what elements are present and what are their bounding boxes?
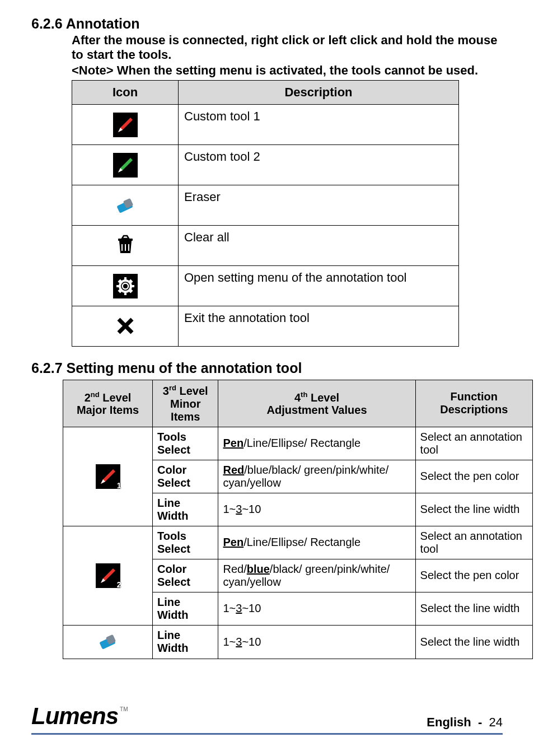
desc-eraser: Eraser [179,185,459,226]
footer: Lumens TM English - 24 [31,703,503,735]
r2-adj: 1~3~10 [218,493,415,526]
r4-func: Select the pen color [415,559,532,592]
heading-annotation: 6.2.6 Annotation [31,16,503,32]
major-eraser [63,625,153,659]
h2b: Level [180,385,208,397]
h1s: nd [91,390,100,399]
tm-mark: TM [120,706,128,712]
icon-custom-tool-1 [72,105,179,145]
eraser-icon [113,193,138,217]
r5m: 3 [236,602,242,614]
r5-adj: 1~3~10 [218,592,415,625]
close-icon [113,314,138,338]
heading-num: 6.2.6 [31,16,63,31]
r2-func: Select the line width [415,493,532,526]
desc-exit: Exit the annotation tool [179,306,459,347]
r2-minor: Line Width [153,493,218,526]
h3c: Adjustment Values [267,404,367,416]
major-tool2: 2 [63,526,153,625]
r0-adj-pre: Pen [223,437,243,449]
r3-adj: Pen/Line/Ellipse/ Rectangle [218,526,415,559]
page-number: 24 [489,715,503,729]
r5b: ~10 [242,602,261,614]
r4m: blue [247,563,270,575]
col-func: Function Descriptions [415,380,532,427]
r1-func: Select the pen color [415,460,532,493]
major-tool1: 1 [63,427,153,526]
brand-logo: Lumens [31,703,118,730]
lang-label: English [427,715,471,729]
col-minor: 3rd Level Minor Items [153,380,218,427]
r2a: 1~ [223,503,236,515]
r3-minor: Tools Select [153,526,218,559]
trash-icon [113,233,138,258]
r5a: 1~ [223,602,236,614]
logo-wrap: Lumens TM [31,703,128,730]
r5-func: Select the line width [415,592,532,625]
svg-point-20 [123,284,128,288]
h3s: th [301,390,307,399]
pen2-sub: 2 [117,580,121,589]
icon-open-settings [72,266,179,306]
r6m: 3 [236,636,242,648]
h2s: rd [169,384,176,392]
r0-minor: Tools Select [153,427,218,460]
r5-minor: Line Width [153,592,218,625]
h3b: Level [311,391,339,403]
h2c: Minor Items [170,398,200,423]
svg-rect-8 [128,244,129,251]
icon-custom-tool-2 [72,145,179,185]
h1a: 2 [85,391,91,403]
r6-adj: 1~3~10 [218,625,415,659]
r1-minor: Color Select [153,460,218,493]
svg-rect-7 [125,244,126,251]
h3a: 4 [294,391,301,403]
heading-num-2: 6.2.7 [31,360,63,376]
r6-func: Select the line width [415,625,532,659]
dash: - [478,715,482,729]
r1-adj: Red/blue/black/ green/pink/white/ cyan/y… [218,460,415,493]
desc-custom-tool-2: Custom tool 2 [179,145,459,185]
r0-func: Select an annotation tool [415,427,532,460]
icon-exit [72,306,179,347]
heading-settingmenu: 6.2.7 Setting menu of the annotation too… [31,360,503,376]
gear-icon [113,274,138,298]
pen1-icon: 1 [96,464,120,489]
desc-open-settings: Open setting menu of the annotation tool [179,266,459,306]
annotation-intro: After the mouse is connected, right clic… [31,33,503,62]
heading-text-2: Setting menu of the annotation tool [67,360,302,376]
desc-custom-tool-1: Custom tool 1 [179,105,459,145]
r6b: ~10 [242,636,261,648]
pen1-sub: 1 [117,481,121,490]
col-icon: Icon [72,81,179,105]
r4-adj: Red/blue/black/ green/pink/white/ cyan/y… [218,559,415,592]
eraser2-icon [96,629,120,654]
r6-minor: Line Width [153,625,218,659]
r4-minor: Color Select [153,559,218,592]
icon-eraser [72,185,179,226]
pen2-icon: 2 [96,563,120,588]
h2a: 3 [163,385,169,397]
col-adj: 4th Level Adjustment Values [218,380,415,427]
r1-adj-pre: Red [223,464,244,476]
settingmenu-table: 2nd Level Major Items 3rd Level Minor It… [63,380,533,659]
r4a: Red/ [223,563,246,575]
col-desc: Description [179,81,459,105]
annotation-icon-table: Icon Description Custom tool 1 Custom to… [72,80,459,347]
r1-adj-post: /blue/black/ green/pink/white/ cyan/yell… [223,464,388,489]
annotation-note: <Note> When the setting menu is activate… [31,63,503,78]
svg-rect-6 [121,244,123,251]
page-indicator: English - 24 [427,715,503,730]
icon-clear-all [72,226,179,266]
pen-green-icon [113,153,138,178]
r6a: 1~ [223,636,236,648]
r2b: ~10 [242,503,261,515]
r0-adj: Pen/Line/Ellipse/ Rectangle [218,427,415,460]
heading-text: Annotation [66,16,140,31]
r0-adj-post: /Line/Ellipse/ Rectangle [243,437,360,449]
r3-adj-post: /Line/Ellipse/ Rectangle [243,536,360,548]
r3-func: Select an annotation tool [415,526,532,559]
col-major: 2nd Level Major Items [63,380,153,427]
pen-red-icon [113,113,138,137]
h1b: Level [102,391,131,403]
